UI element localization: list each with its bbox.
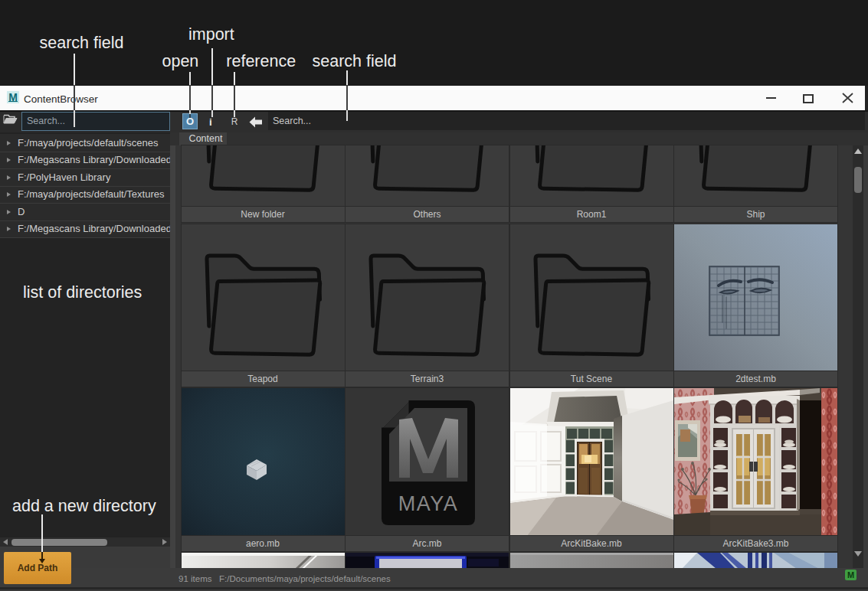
svg-text:MAYA: MAYA <box>398 492 459 515</box>
